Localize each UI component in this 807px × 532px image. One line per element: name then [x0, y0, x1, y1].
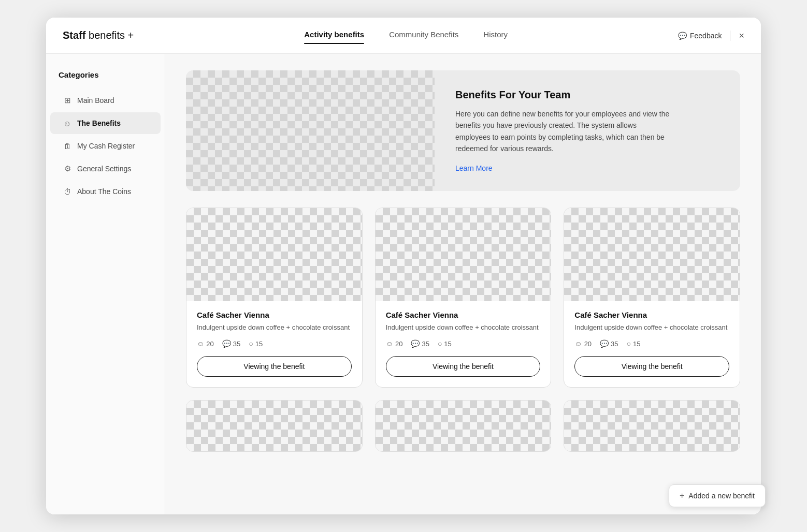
card-3-stats: ☺ 20 💬 35 ○ 15 [574, 339, 729, 348]
nav-tabs: Activity benefits Community Benefits His… [304, 30, 508, 41]
partial-card-2-image [376, 401, 551, 452]
logo-bold: Staff [63, 29, 85, 41]
sidebar-item-about-coins[interactable]: ⏱ About The Coins [50, 181, 161, 202]
sidebar-item-my-cash-register-label: My Cash Register [77, 142, 135, 150]
learn-more-link[interactable]: Learn More [455, 164, 673, 172]
stat-7-icon: ☺ [574, 339, 582, 348]
sidebar-item-general-settings-label: General Settings [77, 165, 131, 173]
app-logo: Staff benefits + [63, 29, 134, 41]
card-3-stat-2: 💬 35 [600, 339, 618, 348]
card-1-stat-3: ○ 15 [249, 339, 263, 348]
benefit-card-3: Café Sacher Vienna Indulgent upside down… [564, 208, 740, 388]
sidebar-item-the-benefits[interactable]: ☺ The Benefits [50, 112, 161, 134]
hero-image [186, 70, 435, 191]
card-2-body: Café Sacher Vienna Indulgent upside down… [376, 301, 551, 388]
add-benefit-toast: + Added a new benefit [669, 484, 766, 507]
main-content: Benefits For Your Team Here you can defi… [165, 54, 761, 514]
nav-divider [730, 31, 730, 41]
stat-2-icon: 💬 [222, 339, 231, 348]
card-2-stat-2: 💬 35 [411, 339, 429, 348]
stat-4-value: 20 [395, 340, 402, 348]
stat-7-value: 20 [584, 340, 592, 348]
card-2-view-button[interactable]: Viewing the benefit [386, 356, 541, 377]
feedback-button[interactable]: 💬 Feedback [678, 32, 722, 40]
sidebar-item-main-board[interactable]: ⊞ Main Board [50, 90, 161, 111]
card-2-stats: ☺ 20 💬 35 ○ 15 [386, 339, 541, 348]
hero-text: Benefits For Your Team Here you can defi… [435, 70, 694, 191]
app-window: Staff benefits + Activity benefits Commu… [46, 18, 761, 514]
logo-rest: benefits + [85, 29, 134, 41]
card-3-description: Indulgent upside down coffee + chocolate… [574, 322, 729, 333]
partial-card-3-image [564, 401, 740, 452]
stat-4-icon: ☺ [386, 339, 393, 348]
card-1-stat-2: 💬 35 [222, 339, 240, 348]
toast-plus-icon: + [680, 491, 684, 500]
stat-5-value: 35 [422, 340, 429, 348]
partial-card-3 [564, 400, 740, 452]
card-1-body: Café Sacher Vienna Indulgent upside down… [186, 301, 362, 388]
stat-5-icon: 💬 [411, 339, 420, 348]
tab-history[interactable]: History [483, 30, 508, 41]
sidebar: Categories ⊞ Main Board ☺ The Benefits 🗓… [46, 54, 165, 514]
card-2-stat-3: ○ 15 [438, 339, 452, 348]
partial-card-2 [375, 400, 552, 452]
card-2-stat-1: ☺ 20 [386, 339, 403, 348]
sidebar-item-main-board-label: Main Board [77, 96, 114, 105]
sidebar-item-my-cash-register[interactable]: 🗓 My Cash Register [50, 135, 161, 157]
card-3-body: Café Sacher Vienna Indulgent upside down… [564, 301, 740, 388]
card-2-title: Café Sacher Vienna [386, 311, 541, 319]
partial-card-1-image [186, 401, 362, 452]
card-3-image [564, 208, 740, 301]
sidebar-title: Categories [46, 70, 165, 79]
card-1-stats: ☺ 20 💬 35 ○ 15 [197, 339, 352, 348]
stat-8-icon: 💬 [600, 339, 609, 348]
card-1-description: Indulgent upside down coffee + chocolate… [197, 322, 352, 333]
stat-1-value: 20 [206, 340, 213, 348]
hero-title: Benefits For Your Team [455, 89, 673, 101]
card-3-title: Café Sacher Vienna [574, 311, 729, 319]
stat-6-icon: ○ [438, 339, 442, 348]
cards-grid: Café Sacher Vienna Indulgent upside down… [186, 208, 740, 388]
card-1-image [186, 208, 362, 301]
card-2-image [376, 208, 551, 301]
my-cash-register-icon: 🗓 [63, 141, 72, 151]
stat-1-icon: ☺ [197, 339, 204, 348]
card-3-stat-3: ○ 15 [627, 339, 641, 348]
stat-3-icon: ○ [249, 339, 253, 348]
sidebar-item-general-settings[interactable]: ⚙ General Settings [50, 158, 161, 180]
stat-9-icon: ○ [627, 339, 631, 348]
main-board-icon: ⊞ [63, 96, 72, 105]
card-1-title: Café Sacher Vienna [197, 311, 352, 319]
stat-3-value: 15 [255, 340, 263, 348]
feedback-label: Feedback [690, 32, 722, 40]
nav-right: 💬 Feedback × [678, 31, 744, 41]
card-1-stat-1: ☺ 20 [197, 339, 214, 348]
card-1-view-button[interactable]: Viewing the benefit [197, 356, 352, 377]
sidebar-item-about-coins-label: About The Coins [77, 187, 131, 196]
toast-label: Added a new benefit [688, 492, 755, 500]
close-button[interactable]: × [739, 31, 744, 40]
feedback-icon: 💬 [678, 32, 687, 40]
tab-community-benefits[interactable]: Community Benefits [389, 30, 458, 41]
cards-grid-row2 [186, 400, 740, 452]
card-2-description: Indulgent upside down coffee + chocolate… [386, 322, 541, 333]
partial-card-1 [186, 400, 363, 452]
general-settings-icon: ⚙ [63, 164, 72, 173]
about-coins-icon: ⏱ [63, 187, 72, 196]
card-3-view-button[interactable]: Viewing the benefit [574, 356, 729, 377]
stat-2-value: 35 [233, 340, 240, 348]
benefit-card-1: Café Sacher Vienna Indulgent upside down… [186, 208, 363, 388]
hero-description: Here you can define new benefits for you… [455, 108, 673, 155]
hero-banner: Benefits For Your Team Here you can defi… [186, 70, 740, 191]
the-benefits-icon: ☺ [63, 119, 72, 128]
stat-8-value: 35 [611, 340, 618, 348]
stat-6-value: 15 [444, 340, 451, 348]
sidebar-item-the-benefits-label: The Benefits [77, 119, 121, 127]
stat-9-value: 15 [633, 340, 640, 348]
benefit-card-2: Café Sacher Vienna Indulgent upside down… [375, 208, 552, 388]
tab-activity-benefits[interactable]: Activity benefits [304, 30, 364, 41]
card-3-stat-1: ☺ 20 [574, 339, 592, 348]
top-nav: Staff benefits + Activity benefits Commu… [46, 18, 761, 54]
body-layout: Categories ⊞ Main Board ☺ The Benefits 🗓… [46, 54, 761, 514]
